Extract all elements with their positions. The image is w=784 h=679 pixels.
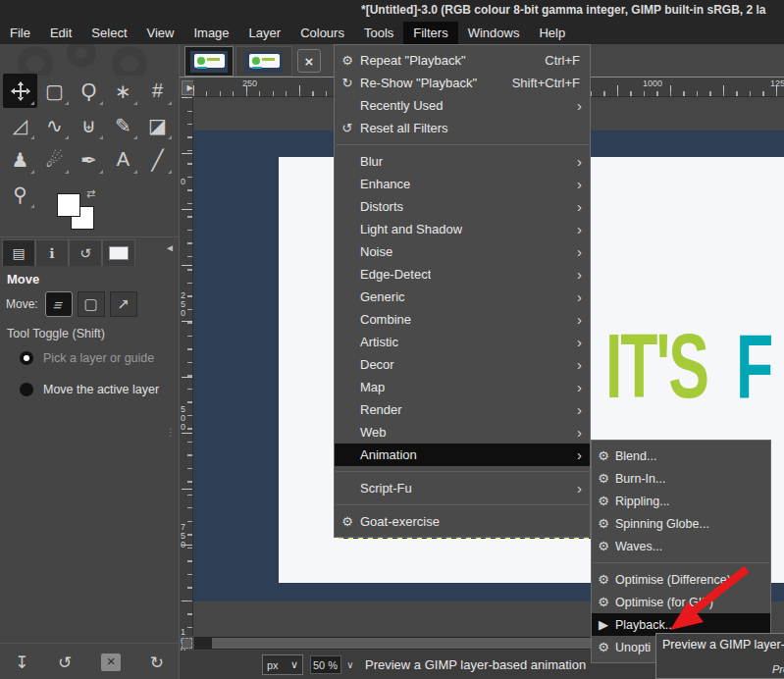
move-layer-button[interactable]: ≡: [45, 291, 73, 317]
tool-fuzzy-select[interactable]: ∗: [106, 74, 140, 108]
collapse-dock-icon[interactable]: ◄: [165, 242, 175, 253]
zoom-chevron-down-icon[interactable]: ∨: [341, 655, 359, 674]
menu-colours[interactable]: Colours: [290, 22, 354, 44]
menu-item-goat-exercise[interactable]: ⚙Goat-exercise: [335, 510, 590, 533]
menu-item-generic[interactable]: Generic›: [335, 286, 590, 308]
ruler-label: 750: [181, 523, 188, 549]
radio-selected-icon[interactable]: [20, 351, 33, 365]
menu-item-recently-used[interactable]: Recently Used ›: [335, 94, 590, 117]
scrollbar-thumb[interactable]: [212, 638, 597, 649]
menu-help[interactable]: Help: [529, 22, 575, 44]
tool-color-picker[interactable]: ╱: [140, 142, 175, 177]
save-preset-icon[interactable]: ↧: [15, 654, 28, 671]
tool-eraser[interactable]: ◪: [140, 108, 175, 142]
menu-select[interactable]: Select: [81, 22, 136, 44]
menu-item-edge-detect[interactable]: Edge-Detect›: [335, 263, 590, 286]
menu-item-noise[interactable]: Noise›: [335, 240, 590, 263]
tool-ink[interactable]: ✒: [72, 142, 106, 177]
close-image-icon[interactable]: ×: [297, 49, 321, 73]
image-tab-1[interactable]: [184, 46, 234, 77]
submenu-item-optimise-gif[interactable]: ⚙Optimise (for GIF): [592, 591, 770, 613]
tool-warp[interactable]: ∿: [37, 108, 72, 142]
menu-view[interactable]: View: [137, 22, 184, 44]
tab-tool-options[interactable]: ▤: [2, 239, 35, 266]
radio-unselected-icon[interactable]: [20, 383, 33, 396]
tool-shear[interactable]: ◿: [3, 108, 37, 142]
panel-resize-grip[interactable]: ⋮: [166, 427, 177, 438]
free-select-icon: Ϙ: [81, 79, 97, 102]
tool-crop[interactable]: #: [140, 74, 175, 108]
ruler-label: 125: [770, 78, 784, 88]
gear-icon: ⚙: [592, 471, 615, 486]
tool-bucket-fill[interactable]: ⊎: [72, 108, 106, 142]
menu-item-reshow[interactable]: ↻ Re-Show "Playback" Shift+Ctrl+F: [335, 72, 590, 94]
zoom-input[interactable]: 50 %: [310, 655, 341, 674]
menu-item-artistic[interactable]: Artistic›: [335, 331, 590, 353]
menu-item-light-and-shadow[interactable]: Light and Shadow›: [335, 218, 590, 240]
menu-separator: [593, 562, 769, 563]
menu-item-repeat[interactable]: ⚙ Repeat "Playback" Ctrl+F: [335, 49, 590, 72]
color-swatches[interactable]: ⇄: [57, 189, 116, 233]
image-tab-2[interactable]: [235, 46, 292, 77]
menu-item-decor[interactable]: Decor›: [335, 353, 590, 376]
menu-item-animation[interactable]: Animation›: [335, 444, 590, 466]
tool-smudge[interactable]: ☄: [37, 142, 72, 177]
move-path-button[interactable]: ↗: [110, 291, 137, 317]
vertical-ruler[interactable]: 0 250 500 750 1000: [180, 97, 193, 636]
gear-icon: ⚙: [592, 572, 615, 587]
menu-item-render[interactable]: Render›: [335, 398, 590, 421]
tool-clone[interactable]: ♟: [3, 142, 37, 177]
paintbrush-icon: ✎: [115, 114, 131, 137]
submenu-item-spinning-globe[interactable]: ⚙Spinning Globe...: [592, 512, 770, 535]
submenu-item-waves[interactable]: ⚙Waves...: [592, 535, 770, 557]
menu-edit[interactable]: Edit: [40, 22, 81, 44]
menu-file[interactable]: File: [0, 22, 40, 44]
submenu-arrow-icon: ›: [577, 380, 590, 394]
menu-item-map[interactable]: Map›: [335, 376, 590, 398]
image-thumbnail: [190, 51, 228, 73]
tool-rectangle-select[interactable]: ▢: [37, 74, 72, 108]
menu-filters[interactable]: Filters: [403, 22, 457, 44]
radio-pick-layer[interactable]: Pick a layer or guide: [20, 351, 154, 365]
tooltip: Preview a GIMP layer-b Pre: [655, 633, 784, 679]
tool-move[interactable]: [3, 74, 37, 108]
delete-preset-icon[interactable]: ×: [101, 653, 121, 671]
tool-paintbrush[interactable]: ✎: [106, 108, 140, 142]
swap-colors-icon[interactable]: ⇄: [86, 187, 95, 200]
menu-item-blur[interactable]: Blur›: [335, 150, 590, 173]
restore-preset-icon[interactable]: ↺: [58, 654, 72, 671]
menu-tools[interactable]: Tools: [354, 22, 403, 44]
unit-select[interactable]: px ∨: [262, 654, 303, 675]
menu-item-combine[interactable]: Combine›: [335, 308, 590, 331]
tool-text[interactable]: A: [106, 142, 140, 177]
undo-history-icon: ↺: [79, 245, 91, 261]
tab-image-thumbnail[interactable]: [102, 239, 135, 266]
shear-icon: ◿: [13, 114, 27, 137]
submenu-item-burn-in[interactable]: ⚙Burn-In...: [592, 467, 770, 490]
radio-move-active-layer[interactable]: Move the active layer: [20, 383, 159, 396]
tab-undo-history[interactable]: ↺: [69, 239, 102, 266]
menu-item-reset-all-filters[interactable]: ↺ Reset all Filters: [335, 117, 590, 139]
quick-mask-toggle-icon[interactable]: [182, 638, 192, 649]
menu-item-web[interactable]: Web›: [335, 421, 590, 444]
submenu-item-rippling[interactable]: ⚙Rippling...: [592, 490, 770, 512]
menu-windows[interactable]: Windows: [458, 22, 530, 44]
ink-icon: ✒: [80, 148, 97, 172]
tool-free-select[interactable]: Ϙ: [72, 74, 106, 108]
move-selection-button[interactable]: ▢: [78, 291, 105, 317]
submenu-item-blend[interactable]: ⚙Blend...: [592, 444, 770, 467]
menu-image[interactable]: Image: [183, 22, 238, 44]
path-icon: ↗: [117, 295, 130, 313]
menu-item-enhance[interactable]: Enhance›: [335, 173, 590, 195]
submenu-item-optimise-difference[interactable]: ⚙Optimise (Difference): [592, 568, 770, 591]
reset-defaults-icon[interactable]: ↻: [150, 654, 164, 671]
color-picker-icon: ╱: [151, 148, 163, 172]
clone-icon: ♟: [12, 148, 29, 172]
menu-item-script-fu[interactable]: Script-Fu›: [335, 477, 590, 499]
menu-item-distorts[interactable]: Distorts›: [335, 195, 590, 218]
tab-device-status[interactable]: ℹ: [35, 239, 69, 266]
foreground-color-swatch[interactable]: [57, 193, 80, 217]
menu-layer[interactable]: Layer: [239, 22, 291, 44]
tool-zoom[interactable]: ⚲: [3, 177, 37, 211]
submenu-arrow-icon: ›: [577, 177, 590, 191]
